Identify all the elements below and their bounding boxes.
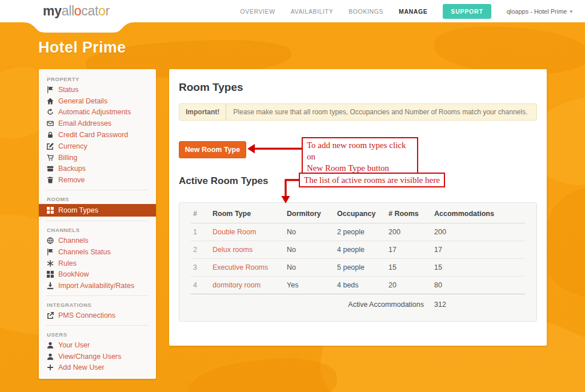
active-accommodations-label: Active Accommodations bbox=[191, 294, 432, 314]
sidebar-item-label: Automatic Adjustments bbox=[58, 108, 131, 116]
nav-item-manage[interactable]: MANAGE bbox=[399, 8, 427, 15]
sidebar-section-integrations: INTEGRATIONS bbox=[39, 297, 156, 310]
accommodations-count: 15 bbox=[432, 259, 525, 277]
sidebar-item-label: Rules bbox=[58, 259, 77, 267]
edit-icon bbox=[47, 143, 54, 150]
sidebar-item-channels[interactable]: Channels bbox=[39, 235, 156, 246]
annotation-active-rooms-note: The list of active rooms are visible her… bbox=[299, 173, 445, 187]
support-button[interactable]: SUPPORT bbox=[443, 4, 491, 19]
active-accommodations-value: 312 bbox=[432, 294, 525, 314]
grid-icon bbox=[47, 207, 54, 214]
sidebar-item-backups[interactable]: Backups bbox=[39, 163, 156, 175]
sidebar-item-status[interactable]: Status bbox=[39, 84, 156, 95]
sidebar-item-label: Billing bbox=[58, 154, 77, 162]
room-type-link[interactable]: dormitory room bbox=[213, 281, 261, 289]
occupancy-value: 5 people bbox=[335, 259, 386, 277]
sidebar-item-your-user[interactable]: Your User bbox=[39, 339, 156, 351]
sidebar-divider bbox=[46, 190, 149, 190]
dormitory-value: No bbox=[285, 241, 335, 259]
rooms-count: 200 bbox=[386, 223, 432, 241]
sidebar-item-billing[interactable]: Billing bbox=[39, 152, 156, 163]
sidebar-item-label: BookNow bbox=[58, 270, 89, 278]
sidebar-item-label: Credit Card Password bbox=[58, 131, 128, 139]
account-label: qloapps - Hotel Prime bbox=[507, 8, 567, 15]
sidebar-item-label: View/Change Users bbox=[58, 353, 121, 361]
sidebar-item-add-new-user[interactable]: Add New User bbox=[39, 362, 156, 374]
sidebar-item-automatic-adjustments[interactable]: Automatic Adjustments bbox=[39, 107, 156, 118]
dormitory-value: No bbox=[285, 223, 335, 241]
nav-item-overview[interactable]: OVERVIEW bbox=[241, 8, 275, 15]
room-type-link[interactable]: Double Room bbox=[213, 228, 256, 236]
asterisk-icon bbox=[47, 260, 54, 267]
sidebar-item-rules[interactable]: Rules bbox=[39, 258, 156, 269]
sidebar: PROPERTYStatusGeneral DetailsAutomatic A… bbox=[39, 69, 156, 379]
page-title: Room Types bbox=[179, 81, 537, 94]
sidebar-item-remove[interactable]: Remove bbox=[39, 174, 156, 186]
sidebar-section-channels: CHANNELS bbox=[39, 222, 156, 235]
refresh-icon bbox=[47, 109, 54, 115]
sidebar-item-channels-status[interactable]: Channels Status bbox=[39, 246, 156, 258]
sidebar-section-property: PROPERTY bbox=[39, 71, 156, 84]
row-number: 2 bbox=[191, 241, 210, 259]
sidebar-item-credit-card-password[interactable]: Credit Card Password bbox=[39, 129, 156, 141]
sidebar-item-label: Backups bbox=[58, 165, 86, 173]
rooms-count: 17 bbox=[386, 241, 432, 259]
top-header-bar: myallocator OVERVIEWAVAILABILITYBOOKINGS… bbox=[0, 0, 585, 22]
account-menu[interactable]: qloapps - Hotel Prime ▾ bbox=[507, 8, 572, 15]
table-footer-row: Active Accommodations 312 bbox=[191, 294, 525, 314]
globe-icon bbox=[47, 237, 54, 244]
alert-message: Please make sure that all room types, Oc… bbox=[226, 104, 534, 120]
import-icon bbox=[47, 282, 54, 289]
room-type-link[interactable]: Delux rooms bbox=[213, 246, 253, 254]
lock-icon bbox=[47, 131, 54, 138]
column-header-rooms: # Rooms bbox=[386, 204, 432, 223]
sidebar-divider bbox=[46, 295, 149, 296]
room-type-cell: Executive Rooms bbox=[210, 259, 285, 277]
room-type-cell: Delux rooms bbox=[210, 241, 285, 259]
column-header-occupancy: Occupancy bbox=[335, 204, 386, 223]
sidebar-section-rooms: ROOMS bbox=[39, 191, 156, 204]
sidebar-item-label: Channels Status bbox=[58, 248, 111, 256]
new-room-type-button[interactable]: New Room Type bbox=[179, 141, 246, 158]
nav-item-availability[interactable]: AVAILABILITY bbox=[291, 8, 334, 15]
sidebar-item-label: Channels bbox=[58, 237, 89, 245]
occupancy-value: 4 beds bbox=[335, 277, 386, 294]
sidebar-item-label: Room Types bbox=[58, 206, 98, 214]
occupancy-value: 2 people bbox=[335, 223, 386, 241]
home-icon bbox=[47, 98, 54, 105]
annotation-add-room-note: To add new room types click on New Room … bbox=[302, 137, 418, 176]
sidebar-item-label: PMS Connections bbox=[58, 311, 115, 319]
sidebar-item-currency[interactable]: Currency bbox=[39, 141, 156, 152]
room-type-link[interactable]: Executive Rooms bbox=[213, 263, 268, 271]
sidebar-item-import-availability-rates[interactable]: Import Availability/Rates bbox=[39, 280, 156, 291]
myallocator-logo[interactable]: myallocator bbox=[43, 3, 110, 19]
accommodations-count: 200 bbox=[432, 223, 525, 241]
column-header-dormitory: Dormitory bbox=[285, 204, 335, 223]
sidebar-item-room-types[interactable]: Room Types bbox=[39, 204, 156, 217]
logo-text: my bbox=[43, 3, 62, 18]
plus-icon bbox=[47, 364, 54, 371]
nav-item-bookings[interactable]: BOOKINGS bbox=[348, 8, 383, 15]
sidebar-divider bbox=[46, 325, 149, 326]
sidebar-item-email-addresses[interactable]: Email Addresses bbox=[39, 118, 156, 129]
rooms-count: 20 bbox=[386, 277, 432, 294]
sidebar-item-label: Status bbox=[58, 86, 78, 94]
flag-icon bbox=[47, 86, 54, 93]
grid-icon bbox=[47, 271, 54, 278]
sidebar-item-general-details[interactable]: General Details bbox=[39, 95, 156, 107]
sidebar-item-pms-connections[interactable]: PMS Connections bbox=[39, 310, 156, 321]
sidebar-item-label: Your User bbox=[58, 341, 90, 349]
column-header-room-type: Room Type bbox=[210, 204, 285, 223]
arrow-to-room-types-table bbox=[279, 175, 302, 204]
column-header-: # bbox=[191, 204, 210, 223]
sidebar-item-booknow[interactable]: BookNow bbox=[39, 269, 156, 281]
rooms-count: 15 bbox=[386, 259, 432, 277]
sidebar-item-view-change-users[interactable]: View/Change Users bbox=[39, 351, 156, 362]
map-shape bbox=[186, 353, 339, 392]
table-row: 4dormitory roomYes4 beds2080 bbox=[191, 277, 525, 294]
sidebar-item-label: Email Addresses bbox=[58, 119, 111, 127]
user-icon bbox=[47, 353, 54, 360]
top-nav: OVERVIEWAVAILABILITYBOOKINGSMANAGE SUPPO… bbox=[241, 0, 572, 22]
arrow-to-new-room-type-button bbox=[247, 142, 302, 155]
envelope-icon bbox=[47, 120, 54, 127]
